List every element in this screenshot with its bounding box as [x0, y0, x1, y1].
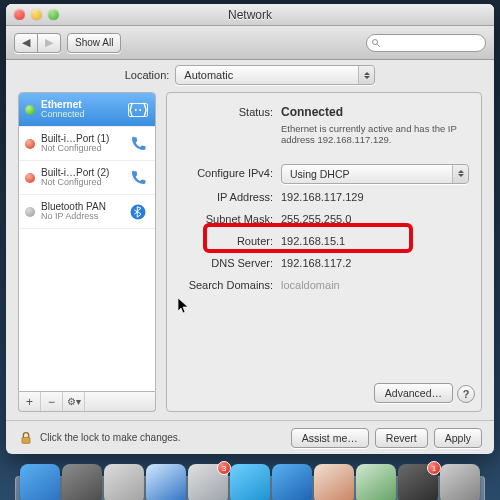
search-domains-label: Search Domains: — [179, 276, 281, 294]
forward-button[interactable]: ▶ — [38, 33, 61, 53]
status-dot-icon — [25, 173, 35, 183]
location-value: Automatic — [184, 69, 233, 81]
configure-value: Using DHCP — [290, 165, 350, 183]
router-row: Router: 192.168.15.1 — [179, 232, 469, 250]
sidebar-item-modem2[interactable]: Built-i…Port (2) Not Configured — [19, 161, 155, 195]
router-value: 192.168.15.1 — [281, 232, 469, 250]
add-interface-button[interactable]: + — [19, 392, 41, 411]
ip-label: IP Address: — [179, 188, 281, 206]
titlebar[interactable]: Network — [6, 4, 494, 26]
dock-item-launchpad[interactable] — [62, 464, 102, 500]
dock-item-sysprefs[interactable] — [440, 464, 480, 500]
lock-text: Click the lock to make changes. — [40, 432, 285, 443]
subnet-value: 255.255.255.0 — [281, 210, 469, 228]
sidebar-item-sub: No IP Address — [41, 212, 121, 222]
chevron-left-icon: ◀ — [22, 36, 30, 49]
location-label: Location: — [125, 69, 170, 81]
remove-interface-button[interactable]: − — [41, 392, 63, 411]
phone-icon — [127, 167, 149, 189]
chevron-right-icon: ▶ — [45, 36, 53, 49]
help-button[interactable]: ? — [457, 385, 475, 403]
sidebar-item-sub: Not Configured — [41, 144, 121, 154]
dock-item-appstore[interactable]: 1 — [398, 464, 438, 500]
location-popup[interactable]: Automatic — [175, 65, 375, 85]
dock: 31 — [15, 460, 485, 500]
action-menu-button[interactable]: ⚙▾ — [63, 392, 85, 411]
badge: 1 — [427, 461, 441, 475]
close-button[interactable] — [14, 9, 25, 20]
dock-item-mail[interactable]: 3 — [188, 464, 228, 500]
router-label: Router: — [179, 232, 281, 250]
sidebar-footer: + − ⚙▾ — [18, 392, 156, 412]
search-input[interactable] — [381, 37, 471, 48]
configure-ipv4-popup[interactable]: Using DHCP — [281, 164, 469, 184]
bluetooth-icon — [127, 201, 149, 223]
window-title: Network — [6, 8, 494, 22]
status-dot-icon — [25, 207, 35, 217]
subnet-label: Subnet Mask: — [179, 210, 281, 228]
minimize-button[interactable] — [31, 9, 42, 20]
status-description: Ethernet is currently active and has the… — [281, 123, 469, 146]
lock-icon[interactable] — [18, 430, 34, 446]
dock-item-ical[interactable] — [314, 464, 354, 500]
interfaces-sidebar: Ethernet Connected ⟨··⟩ Built-i…Port (1)… — [18, 92, 156, 412]
toolbar: ◀ ▶ Show All — [6, 26, 494, 60]
dns-value: 192.168.117.2 — [281, 254, 469, 272]
revert-button[interactable]: Revert — [375, 428, 428, 448]
apply-button[interactable]: Apply — [434, 428, 482, 448]
badge: 3 — [217, 461, 231, 475]
dock-item-preview[interactable] — [356, 464, 396, 500]
dock-item-itunes[interactable] — [272, 464, 312, 500]
ethernet-icon: ⟨··⟩ — [127, 99, 149, 121]
svg-line-1 — [377, 44, 380, 47]
location-row: Location: Automatic — [6, 60, 494, 90]
zoom-button[interactable] — [48, 9, 59, 20]
dock-item-ichat[interactable] — [230, 464, 270, 500]
search-icon — [371, 38, 381, 48]
dock-item-finder[interactable] — [20, 464, 60, 500]
back-button[interactable]: ◀ — [14, 33, 38, 53]
popup-knob-icon — [452, 165, 468, 183]
status-dot-icon — [25, 105, 35, 115]
configure-label: Configure IPv4: — [179, 164, 281, 182]
footer: Click the lock to make changes. Assist m… — [6, 420, 494, 454]
network-preferences-window: Network ◀ ▶ Show All Location: Automatic… — [6, 4, 494, 454]
svg-point-0 — [373, 39, 378, 44]
search-domains-value: localdomain — [281, 276, 469, 294]
sidebar-item-ethernet[interactable]: Ethernet Connected ⟨··⟩ — [19, 93, 155, 127]
status-label: Status: — [179, 103, 281, 121]
search-field[interactable] — [366, 34, 486, 52]
dns-label: DNS Server: — [179, 254, 281, 272]
advanced-button[interactable]: Advanced… — [374, 383, 453, 403]
status-dot-icon — [25, 139, 35, 149]
mouse-cursor-icon — [178, 298, 190, 314]
assist-button[interactable]: Assist me… — [291, 428, 369, 448]
ip-value: 192.168.117.129 — [281, 188, 469, 206]
status-value: Connected — [281, 105, 343, 119]
phone-icon — [127, 133, 149, 155]
popup-knob-icon — [358, 66, 374, 84]
sidebar-item-bluetooth[interactable]: Bluetooth PAN No IP Address — [19, 195, 155, 229]
dock-item-app1[interactable] — [104, 464, 144, 500]
nav-segment: ◀ ▶ — [14, 33, 61, 53]
details-panel: Status: Connected Ethernet is currently … — [166, 92, 482, 412]
sidebar-item-sub: Connected — [41, 110, 121, 120]
svg-rect-3 — [22, 437, 30, 443]
sidebar-item-sub: Not Configured — [41, 178, 121, 188]
sidebar-item-modem1[interactable]: Built-i…Port (1) Not Configured — [19, 127, 155, 161]
show-all-button[interactable]: Show All — [67, 33, 121, 53]
dock-item-safari[interactable] — [146, 464, 186, 500]
